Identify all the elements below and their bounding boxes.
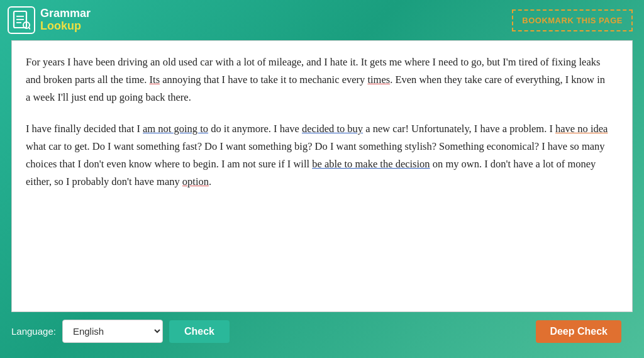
text-content: For years I have been driving an old use…	[26, 53, 618, 191]
deep-check-button[interactable]: Deep Check	[536, 320, 621, 343]
logo-grammar: Grammar	[40, 8, 91, 20]
text-editor[interactable]: For years I have been driving an old use…	[11, 40, 633, 312]
be-able-phrase: be able to make the decision	[312, 158, 430, 170]
logo-text: Grammar Lookup	[40, 8, 91, 33]
paragraph-1: For years I have been driving an old use…	[26, 53, 612, 106]
have-no-idea-phrase: have no idea	[555, 123, 608, 135]
am-not-going-to-phrase: am not going to	[143, 123, 208, 135]
main-area: For years I have been driving an old use…	[0, 40, 644, 358]
its-error: Its	[150, 74, 160, 86]
bookmark-button[interactable]: BOOKMARK THIS PAGE	[512, 9, 633, 31]
decided-to-buy-phrase: decided to buy	[302, 123, 363, 135]
check-button[interactable]: Check	[169, 320, 230, 343]
toolbar: Language: English Spanish French German …	[11, 312, 633, 350]
times-error: times	[367, 74, 390, 86]
svg-line-5	[29, 28, 30, 30]
logo-icon	[8, 6, 35, 34]
logo-lookup: Lookup	[40, 20, 91, 33]
paragraph-2: I have finally decided that I am not goi…	[26, 120, 612, 191]
language-select[interactable]: English Spanish French German	[62, 320, 163, 343]
option-error: option	[182, 176, 209, 187]
header: Grammar Lookup BOOKMARK THIS PAGE	[0, 0, 644, 40]
logo-area: Grammar Lookup	[8, 6, 91, 34]
language-label: Language:	[11, 326, 56, 337]
